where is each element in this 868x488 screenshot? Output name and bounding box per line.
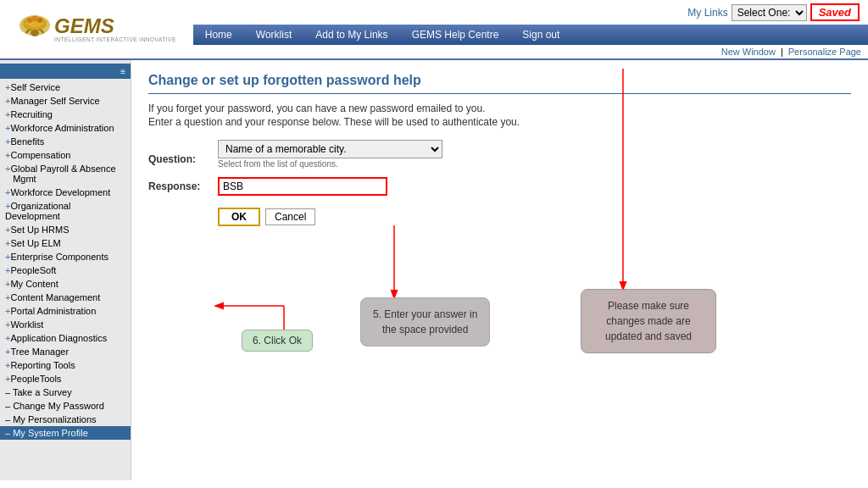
sidebar-item-manager-self-service[interactable]: +Manager Self Service [0, 94, 131, 108]
header: GEMS INTELLIGENT INTERACTIVE INNOVATIVE … [0, 0, 868, 60]
main-content: Change or set up forgotten password help… [131, 60, 868, 480]
question-control: Name of a memorable city. Select from th… [218, 140, 442, 169]
sidebar-item-my-content[interactable]: +My Content [0, 277, 131, 291]
sidebar-item-setup-hrms[interactable]: +Set Up HRMS [0, 223, 131, 236]
main-layout: ≡ +Self Service +Manager Self Service +R… [0, 60, 868, 480]
step5-callout: 5. Enter your answer in the space provid… [360, 297, 490, 347]
response-label: Response: [148, 180, 209, 192]
sidebar-item-take-survey[interactable]: – Take a Survey [0, 385, 131, 399]
nav-add-links[interactable]: Add to My Links [303, 25, 399, 45]
sidebar-item-setup-elm[interactable]: +Set Up ELM [0, 236, 131, 250]
sidebar-item-my-system-profile[interactable]: – My System Profile [0, 426, 131, 440]
logo-section: GEMS INTELLIGENT INTERACTIVE INNOVATIVE [0, 0, 193, 58]
sidebar-item-my-personalizations[interactable]: – My Personalizations [0, 413, 131, 426]
sidebar-item-workforce-admin[interactable]: +Workforce Administration [0, 121, 131, 135]
sidebar-item-tree-mgr[interactable]: +Tree Manager [0, 345, 131, 358]
question-label: Question: [148, 140, 209, 165]
sidebar-item-worklist[interactable]: +Worklist [0, 318, 131, 331]
gems-logo-icon [17, 14, 53, 46]
sidebar-header-bar: ≡ [0, 64, 131, 79]
nav-home[interactable]: Home [193, 25, 244, 45]
personalize-link[interactable]: Personalize Page [788, 47, 861, 57]
sidebar-item-recruiting[interactable]: +Recruiting [0, 108, 131, 121]
svg-point-5 [37, 18, 42, 23]
my-links-label: My Links [687, 7, 727, 19]
page-title: Change or set up forgotten password help [148, 73, 851, 94]
sidebar-item-peoplesoft[interactable]: +PeopleSoft [0, 263, 131, 277]
sidebar-item-app-diag[interactable]: +Application Diagnostics [0, 331, 131, 345]
response-input[interactable] [218, 177, 387, 196]
nav-section: My Links Select One: Saved Home Worklist… [193, 0, 868, 58]
nav-bar: Home Worklist Add to My Links GEMS Help … [193, 25, 868, 45]
nav-top-bar: My Links Select One: Saved [193, 0, 868, 25]
new-window-link[interactable]: New Window [721, 47, 776, 57]
sidebar-item-enterprise[interactable]: +Enterprise Components [0, 250, 131, 263]
sidebar-item-org-dev[interactable]: +Organizational Development [0, 199, 131, 223]
ok-button[interactable]: OK [218, 208, 260, 226]
response-row: Response: [148, 177, 851, 196]
cancel-button[interactable]: Cancel [265, 208, 315, 225]
svg-point-6 [31, 30, 39, 36]
sidebar-item-global-payroll[interactable]: +Global Payroll & Absence Mgmt [0, 162, 131, 186]
sidebar-item-content-mgmt[interactable]: +Content Management [0, 291, 131, 304]
question-select[interactable]: Name of a memorable city. [218, 140, 442, 158]
svg-point-4 [32, 15, 38, 21]
nav-help[interactable]: GEMS Help Centre [400, 25, 511, 45]
svg-point-3 [27, 18, 32, 23]
question-hint: Select from the list of questions. [218, 159, 442, 169]
logo-text: GEMS [54, 16, 176, 36]
description-line1: If you forget your password, you can hav… [148, 103, 851, 114]
question-row: Question: Name of a memorable city. Sele… [148, 140, 851, 169]
description-line2: Enter a question and your response below… [148, 116, 851, 128]
sidebar-item-peopletools[interactable]: +PeopleTools [0, 372, 131, 385]
sidebar-item-reporting[interactable]: +Reporting Tools [0, 358, 131, 372]
sidebar: ≡ +Self Service +Manager Self Service +R… [0, 60, 131, 480]
select-one-dropdown[interactable]: Select One: [732, 4, 807, 21]
sidebar-item-self-service[interactable]: +Self Service [0, 80, 131, 94]
logo-subtitle: INTELLIGENT INTERACTIVE INNOVATIVE [54, 36, 176, 42]
saved-badge: Saved [810, 3, 860, 21]
secondary-links-bar: New Window | Personalize Page [193, 45, 868, 58]
link-separator: | [781, 47, 783, 57]
step6-callout: 6. Click Ok [242, 330, 313, 352]
sidebar-item-benefits[interactable]: +Benefits [0, 135, 131, 148]
sidebar-item-portal-admin[interactable]: +Portal Administration [0, 304, 131, 318]
save-note-callout: Please make sure changes made are update… [581, 289, 716, 353]
sidebar-item-workforce-dev[interactable]: +Workforce Development [0, 186, 131, 199]
sidebar-item-change-password[interactable]: – Change My Password [0, 399, 131, 413]
sidebar-item-compensation[interactable]: +Compensation [0, 148, 131, 162]
button-row: OK Cancel [218, 208, 851, 226]
nav-signout[interactable]: Sign out [510, 25, 571, 45]
nav-worklist[interactable]: Worklist [244, 25, 303, 45]
